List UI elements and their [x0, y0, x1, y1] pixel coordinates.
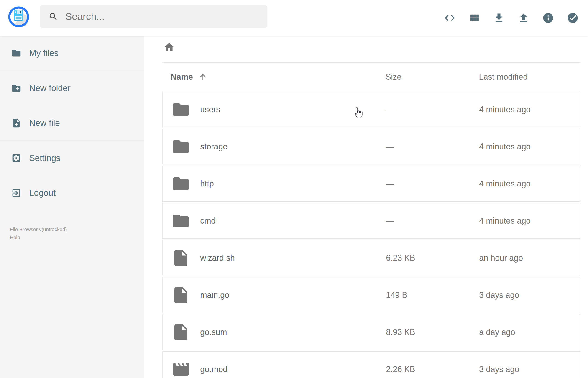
- file-size: 149 B: [386, 277, 407, 313]
- new-file-icon: [11, 118, 21, 128]
- file-modified: an hour ago: [479, 240, 523, 276]
- file-row-go-mod[interactable]: go.mod 2.26 KB 3 days ago: [162, 351, 580, 378]
- file-name: wizard.sh: [200, 240, 235, 276]
- sidebar-item-my-files[interactable]: My files: [0, 36, 144, 71]
- breadcrumb-home-button[interactable]: [163, 41, 175, 53]
- file-size: —: [386, 166, 394, 201]
- file-name: go.mod: [200, 351, 227, 378]
- sidebar: My files New folder New file Settings Lo…: [0, 36, 144, 378]
- file-size: —: [386, 92, 394, 127]
- file-name: go.sum: [200, 314, 227, 350]
- file-row-main-go[interactable]: main.go 149 B 3 days ago: [162, 277, 580, 313]
- info-icon: [542, 12, 554, 24]
- file-icon: [171, 248, 190, 268]
- sidebar-item-label: My files: [29, 48, 58, 58]
- file-size: 8.93 KB: [386, 314, 415, 350]
- filebrowser-app: My files New folder New file Settings Lo…: [0, 0, 588, 378]
- floppy-disk-logo-icon: [8, 6, 29, 27]
- help-link[interactable]: Help: [10, 233, 20, 241]
- header-actions: [444, 0, 579, 36]
- sidebar-item-new-file[interactable]: New file: [0, 106, 144, 140]
- column-name-label: Name: [171, 72, 193, 82]
- file-modified: 4 minutes ago: [479, 129, 531, 164]
- file-modified: 4 minutes ago: [479, 203, 531, 238]
- file-modified: 4 minutes ago: [479, 166, 531, 201]
- folder-icon: [171, 211, 190, 230]
- file-size: —: [386, 203, 394, 238]
- file-name: cmd: [200, 203, 216, 238]
- download-button[interactable]: [493, 12, 505, 24]
- movie-icon: [171, 360, 190, 378]
- app-logo[interactable]: [8, 6, 29, 27]
- check-circle-icon: [567, 12, 579, 24]
- folder-icon: [171, 137, 190, 156]
- file-listing: Name Size Last modified users — 4 minute…: [162, 62, 580, 378]
- sidebar-item-logout[interactable]: Logout: [0, 176, 144, 210]
- new-folder-icon: [11, 83, 21, 93]
- main-content: Name Size Last modified users — 4 minute…: [144, 36, 588, 378]
- file-name: main.go: [200, 277, 229, 313]
- arrow-up-icon: [198, 72, 207, 81]
- shell-button[interactable]: [444, 12, 456, 24]
- file-row-cmd[interactable]: cmd — 4 minutes ago: [162, 203, 580, 239]
- breadcrumb: [162, 36, 580, 63]
- file-modified: a day ago: [479, 314, 515, 350]
- file-modified: 4 minutes ago: [479, 92, 531, 127]
- search-input[interactable]: [65, 11, 267, 22]
- select-multiple-button[interactable]: [567, 12, 579, 24]
- file-name: users: [200, 92, 220, 127]
- folder-icon: [171, 100, 190, 119]
- code-icon: [444, 12, 456, 24]
- settings-icon: [11, 153, 21, 163]
- sidebar-item-new-folder[interactable]: New folder: [0, 71, 144, 106]
- search-bar: [40, 5, 267, 28]
- column-size-label: Size: [386, 72, 401, 82]
- upload-icon: [518, 12, 530, 24]
- sidebar-footer: File Browser v(untracked) Help: [0, 225, 144, 241]
- sidebar-item-label: New folder: [29, 83, 71, 93]
- file-size: 6.23 KB: [386, 240, 415, 276]
- file-row-go-sum[interactable]: go.sum 8.93 KB a day ago: [162, 314, 580, 350]
- info-button[interactable]: [542, 12, 554, 24]
- file-name: storage: [200, 129, 227, 164]
- file-size: —: [386, 129, 394, 164]
- file-icon: [171, 285, 190, 305]
- file-row-wizard-sh[interactable]: wizard.sh 6.23 KB an hour ago: [162, 240, 580, 276]
- file-icon: [171, 323, 190, 342]
- search-icon: [49, 12, 58, 21]
- sidebar-item-settings[interactable]: Settings: [0, 141, 144, 176]
- file-row-http[interactable]: http — 4 minutes ago: [162, 166, 580, 202]
- download-icon: [493, 12, 505, 24]
- upload-button[interactable]: [518, 12, 530, 24]
- sidebar-item-label: Logout: [29, 188, 55, 198]
- grid-view-icon: [468, 12, 480, 24]
- sidebar-item-label: New file: [29, 118, 60, 128]
- file-modified: 3 days ago: [479, 277, 519, 313]
- switch-view-button[interactable]: [468, 12, 480, 24]
- listing-header: Name Size Last modified: [162, 62, 580, 92]
- folder-icon: [11, 48, 21, 58]
- home-icon: [163, 41, 175, 53]
- file-row-users[interactable]: users — 4 minutes ago: [162, 92, 580, 127]
- logout-icon: [11, 188, 21, 198]
- file-size: 2.26 KB: [386, 351, 415, 378]
- header-bar: [0, 0, 588, 36]
- sidebar-item-label: Settings: [29, 153, 60, 163]
- folder-icon: [171, 174, 190, 193]
- sort-by-modified-header[interactable]: Last modified: [479, 62, 528, 92]
- sort-by-size-header[interactable]: Size: [386, 62, 401, 92]
- file-row-storage[interactable]: storage — 4 minutes ago: [162, 129, 580, 164]
- sort-by-name-header[interactable]: Name: [171, 62, 207, 92]
- file-modified: 3 days ago: [479, 351, 519, 378]
- file-name: http: [200, 166, 214, 201]
- column-modified-label: Last modified: [479, 72, 528, 82]
- version-text: File Browser v(untracked): [10, 225, 144, 233]
